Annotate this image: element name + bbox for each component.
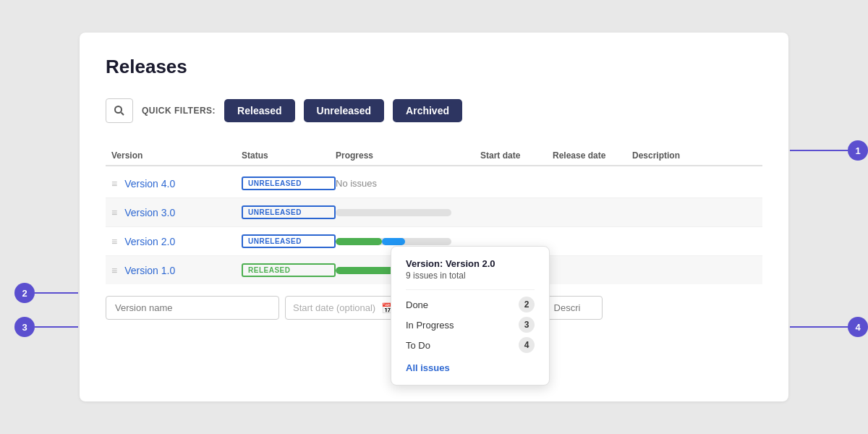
tooltip-subtitle: 9 issues in total <box>406 271 535 281</box>
filter-unreleased-button[interactable]: Unreleased <box>304 99 384 122</box>
svg-line-1 <box>122 113 124 116</box>
status-badge: UNRELEASED <box>242 205 336 219</box>
progress-bar-partial <box>336 238 451 245</box>
col-status: Status <box>242 150 336 161</box>
tooltip-row-done: Done 2 <box>406 294 535 315</box>
drag-handle-icon: ≡ <box>111 178 117 190</box>
search-box[interactable] <box>106 98 133 123</box>
annotation-circle-3: 3 <box>14 317 35 337</box>
status-badge: RELEASED <box>242 263 336 277</box>
progress-bar-empty <box>336 209 451 216</box>
annotation-3: 3 <box>14 317 78 337</box>
tooltip-count-to-do: 4 <box>519 337 535 353</box>
tooltip-count-in-progress: 3 <box>519 317 535 333</box>
status-badge: UNRELEASED <box>242 234 336 248</box>
version-name-input[interactable] <box>106 296 279 320</box>
filter-archived-button[interactable]: Archived <box>393 99 462 122</box>
col-release-date: Release date <box>553 150 632 161</box>
status-badge: UNRELEASED <box>242 176 336 190</box>
filter-released-button[interactable]: Released <box>224 99 294 122</box>
quick-filters-label: QUICK FILTERS: <box>142 106 216 116</box>
annotation-1: 1 <box>790 140 868 161</box>
releases-card: Releases QUICK FILTERS: Released Unrelea… <box>80 33 788 401</box>
annotation-2: 2 <box>14 283 78 303</box>
svg-point-0 <box>115 106 122 113</box>
annotation-circle-1: 1 <box>848 140 868 161</box>
version-link[interactable]: ≡ Version 3.0 <box>111 207 242 218</box>
tooltip-count-done: 2 <box>519 297 535 312</box>
col-version: Version <box>111 150 242 161</box>
start-date-input[interactable]: Start date (optional) 📅 <box>285 296 401 320</box>
drag-handle-icon: ≡ <box>111 236 117 247</box>
drag-handle-icon: ≡ <box>111 207 117 218</box>
version-link[interactable]: ≡ Version 2.0 <box>111 236 242 247</box>
tooltip-title: Version: Version 2.0 <box>406 258 535 269</box>
version-link[interactable]: ≡ Version 1.0 <box>111 265 242 276</box>
tooltip-row-to-do: To Do 4 <box>406 335 535 355</box>
search-icon <box>114 105 125 116</box>
col-description: Description <box>632 150 757 161</box>
version-link[interactable]: ≡ Version 4.0 <box>111 178 242 190</box>
tooltip-row-in-progress: In Progress 3 <box>406 315 535 335</box>
annotation-circle-4: 4 <box>848 317 868 337</box>
page-title: Releases <box>106 56 762 78</box>
col-start-date: Start date <box>480 150 553 161</box>
version-tooltip: Version: Version 2.0 9 issues in total D… <box>391 246 550 386</box>
description-input[interactable] <box>545 296 603 320</box>
all-issues-link[interactable]: All issues <box>406 362 535 373</box>
annotation-circle-2: 2 <box>14 283 35 303</box>
table-header: Version Status Progress Start date Relea… <box>106 146 762 166</box>
drag-handle-icon: ≡ <box>111 265 117 276</box>
table-row: ≡ Version 4.0 UNRELEASED No issues <box>106 169 762 198</box>
annotation-4: 4 <box>790 317 868 337</box>
no-issues-text: No issues <box>336 178 480 189</box>
filter-row: QUICK FILTERS: Released Unreleased Archi… <box>106 98 762 123</box>
table-row: ≡ Version 3.0 UNRELEASED <box>106 198 762 227</box>
col-progress: Progress <box>336 150 480 161</box>
